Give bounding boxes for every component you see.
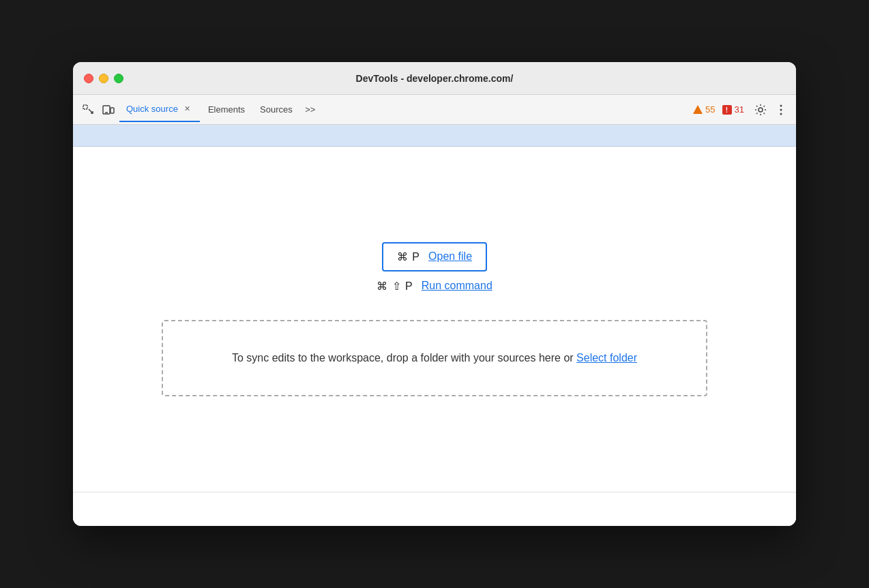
toolbar: Quick source ✕ Elements Sources >> 55 ! … [73, 95, 796, 125]
window-title: DevTools - developer.chrome.com/ [356, 73, 514, 84]
inspect-icon[interactable] [78, 100, 98, 119]
open-file-shortcut: ⌘ P [397, 250, 420, 263]
devtools-window: DevTools - developer.chrome.com/ Quick s… [73, 62, 796, 526]
minimize-button[interactable] [99, 74, 108, 83]
bottom-area [73, 492, 796, 526]
traffic-lights [84, 74, 123, 83]
tab-sources-label: Sources [260, 104, 293, 115]
open-file-link[interactable]: Open file [428, 250, 472, 263]
run-command-shortcut: ⌘ ⇧ P [377, 280, 413, 293]
open-file-row: ⌘ P Open file [382, 242, 487, 271]
drop-zone-text: To sync edits to the workspace, drop a f… [232, 352, 576, 364]
run-command-link[interactable]: Run command [422, 280, 492, 292]
main-content: ⌘ P Open file ⌘ ⇧ P Run command To sync … [73, 147, 796, 492]
settings-icon[interactable] [751, 100, 770, 119]
svg-point-4 [758, 108, 763, 112]
error-count: 31 [735, 104, 744, 115]
tab-quick-source[interactable]: Quick source ✕ [119, 98, 200, 122]
tab-elements[interactable]: Elements [201, 98, 252, 122]
tab-quick-source-close[interactable]: ✕ [182, 104, 193, 115]
svg-rect-2 [111, 108, 114, 113]
drop-zone: To sync edits to the workspace, drop a f… [162, 320, 707, 397]
warning-icon [693, 105, 703, 114]
run-command-row: ⌘ ⇧ P Run command [377, 280, 492, 293]
error-badge[interactable]: ! 31 [722, 104, 744, 115]
svg-point-6 [780, 108, 782, 111]
device-toggle-icon[interactable] [99, 100, 118, 119]
tab-quick-source-label: Quick source [126, 104, 178, 114]
tab-sources[interactable]: Sources [253, 98, 299, 122]
more-tabs-label: >> [305, 104, 315, 115]
svg-point-7 [780, 113, 782, 115]
more-options-icon[interactable] [771, 100, 791, 119]
titlebar: DevTools - developer.chrome.com/ [73, 62, 796, 95]
shortcut-section: ⌘ P Open file ⌘ ⇧ P Run command [377, 242, 492, 293]
svg-point-5 [780, 104, 782, 106]
more-tabs-button[interactable]: >> [301, 100, 320, 119]
maximize-button[interactable] [114, 74, 123, 83]
svg-rect-0 [83, 105, 87, 109]
warning-badge[interactable]: 55 [693, 104, 715, 115]
blue-subheader [73, 125, 796, 147]
warning-count: 55 [705, 104, 715, 115]
close-button[interactable] [84, 74, 93, 83]
error-icon: ! [722, 105, 732, 115]
tab-elements-label: Elements [208, 104, 245, 115]
select-folder-link[interactable]: Select folder [576, 352, 637, 364]
